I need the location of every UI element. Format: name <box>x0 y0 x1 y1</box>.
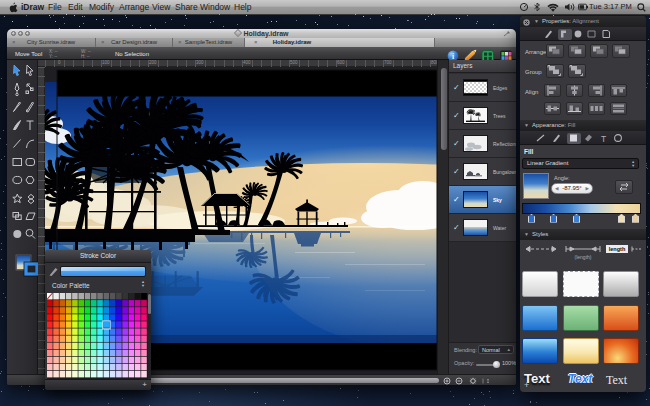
svg-text:(length): (length) <box>575 254 592 260</box>
svg-text:T: T <box>601 134 606 144</box>
svg-text:length: length <box>609 246 626 252</box>
